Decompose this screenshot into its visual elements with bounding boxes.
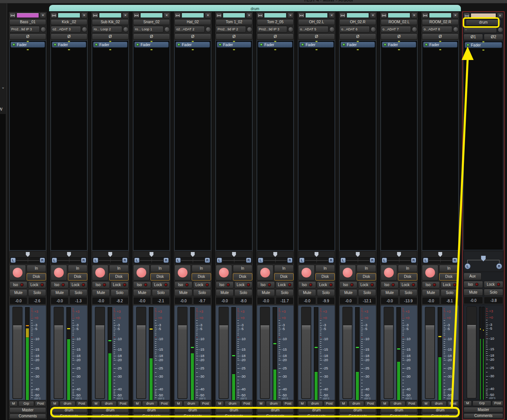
solo-button[interactable]: Solo (276, 289, 294, 296)
solo-isolate-button[interactable]: Iso (216, 281, 234, 288)
trim-knob[interactable] (206, 27, 211, 32)
meter-point-button[interactable]: Post (35, 401, 46, 406)
monitor-disk-button[interactable]: Disk (398, 273, 417, 280)
track-color-bar[interactable] (223, 13, 245, 18)
comments-button[interactable]: Comments (298, 414, 335, 419)
track-color-bar[interactable] (16, 13, 39, 18)
peak-display[interactable]: -3.8 (484, 297, 503, 304)
record-enable-button[interactable] (257, 265, 273, 280)
fader-processor[interactable]: Fader (10, 42, 45, 48)
comments-button[interactable]: Comments (174, 414, 211, 419)
gain-fader[interactable] (54, 307, 64, 399)
monitor-disk-button[interactable]: Disk (233, 273, 252, 280)
mute-button[interactable]: Mute (381, 289, 399, 296)
close-icon[interactable]: ✕ (452, 12, 459, 18)
gain-fader[interactable] (466, 306, 477, 399)
processor-box[interactable]: Fader (216, 40, 252, 250)
solo-isolate-button[interactable]: Iso (51, 281, 69, 288)
solo-button[interactable]: Solo (69, 289, 87, 296)
processor-box[interactable]: Fader (339, 40, 376, 250)
close-icon[interactable]: ✕ (370, 12, 376, 18)
output-button[interactable]: drum (216, 407, 252, 413)
gain-display[interactable]: -0.0 (381, 297, 399, 304)
comments-button[interactable]: Comments (464, 413, 503, 418)
panner[interactable]: LR (298, 251, 335, 264)
gain-display[interactable]: -0.0 (174, 297, 192, 304)
peak-display[interactable]: -8.0 (234, 297, 252, 304)
peak-display[interactable]: -1.3 (69, 297, 87, 304)
fader-processor[interactable]: Fader (93, 42, 128, 48)
close-icon[interactable]: ✕ (205, 12, 211, 18)
group-button[interactable]: drum (348, 401, 364, 406)
monitor-input-button[interactable]: In (192, 265, 211, 272)
input-button[interactable]: - (464, 26, 497, 33)
track-name-button[interactable]: Snare_02 (133, 19, 170, 25)
strip-width-icon[interactable] (298, 12, 304, 18)
solo-lock-button[interactable]: Lock (276, 281, 294, 288)
strip-width-icon[interactable] (133, 12, 140, 18)
peak-display[interactable]: -8.1 (441, 297, 459, 304)
solo-lock-button[interactable]: Lock (28, 281, 46, 288)
panner[interactable]: LR (51, 251, 87, 264)
monitor-disk-button[interactable]: Disk (192, 273, 211, 280)
pan-position-handle[interactable] (315, 252, 319, 257)
track-color-bar[interactable] (429, 13, 452, 18)
m-button[interactable]: M (464, 400, 472, 406)
solo-lock-button[interactable]: Lock (234, 281, 252, 288)
monitor-disk-button[interactable]: Disk (68, 273, 87, 280)
aux-button[interactable]: Aux (464, 273, 482, 280)
monitor-input-button[interactable]: In (357, 265, 376, 272)
mute-button[interactable]: Mute (174, 289, 192, 296)
peak-display[interactable]: -2.6 (28, 297, 46, 304)
record-enable-button[interactable] (298, 265, 315, 280)
phase-invert-button[interactable]: Ø (339, 33, 376, 40)
record-enable-button[interactable] (174, 265, 191, 280)
output-button[interactable]: drum (339, 407, 376, 413)
group-button[interactable]: drum (307, 401, 323, 406)
phase-invert-button[interactable]: Ø (381, 33, 417, 40)
phase-invert-button[interactable]: Ø (92, 33, 129, 40)
solo-isolate-button[interactable]: Iso (422, 281, 440, 288)
record-enable-button[interactable] (133, 265, 150, 280)
mute-button[interactable]: Mute (9, 289, 27, 296)
output-button[interactable]: Master (464, 407, 503, 412)
group-button[interactable]: Grp (472, 400, 491, 406)
track-name-button[interactable]: OH_02.L (298, 19, 335, 25)
gain-display[interactable]: -0.0 (298, 297, 316, 304)
trim-knob[interactable] (412, 27, 417, 32)
mute-button[interactable]: Mute (464, 289, 483, 296)
monitor-input-button[interactable]: In (109, 265, 129, 272)
monitor-input-button[interactable]: In (27, 265, 46, 272)
comments-button[interactable]: Comments (133, 414, 170, 419)
track-color-bar[interactable] (264, 13, 286, 18)
input-button[interactable]: o...ADAT 8 (422, 26, 452, 33)
input-button[interactable]: o...ADAT 5 (298, 26, 328, 33)
group-button[interactable]: drum (183, 401, 199, 406)
phase-invert-button[interactable]: Ø (133, 33, 170, 40)
solo-isolate-button[interactable]: Iso (339, 281, 357, 288)
track-name-button[interactable]: ROOM_02.R (422, 19, 459, 25)
gain-display[interactable]: -0.0 (339, 297, 357, 304)
track-name-button[interactable]: Sub Kik_02 (92, 19, 129, 25)
monitor-input-button[interactable]: In (398, 265, 417, 272)
track-color-bar[interactable] (471, 13, 496, 18)
gain-fader[interactable] (384, 307, 394, 399)
close-icon[interactable]: ✕ (328, 12, 335, 18)
record-enable-button[interactable] (92, 265, 108, 280)
trim-knob[interactable] (453, 27, 459, 32)
processor-box[interactable]: Fader (51, 40, 87, 250)
track-color-bar[interactable] (140, 13, 163, 18)
monitor-input-button[interactable]: In (439, 265, 459, 272)
group-button[interactable]: drum (266, 401, 282, 406)
phase-invert-button[interactable]: Ø (216, 33, 252, 40)
trim-knob[interactable] (329, 27, 335, 32)
mute-button[interactable]: Mute (339, 289, 357, 296)
group-button[interactable]: drum (225, 401, 240, 406)
record-enable-button[interactable] (9, 265, 26, 280)
m-button[interactable]: M (51, 401, 59, 406)
group-button[interactable]: drum (60, 401, 75, 406)
track-name-button[interactable]: Hat_02 (174, 19, 211, 25)
solo-isolate-button[interactable]: Iso (257, 281, 275, 288)
phase-invert-button[interactable]: Ø1 (464, 34, 483, 40)
trim-knob[interactable] (247, 27, 252, 32)
